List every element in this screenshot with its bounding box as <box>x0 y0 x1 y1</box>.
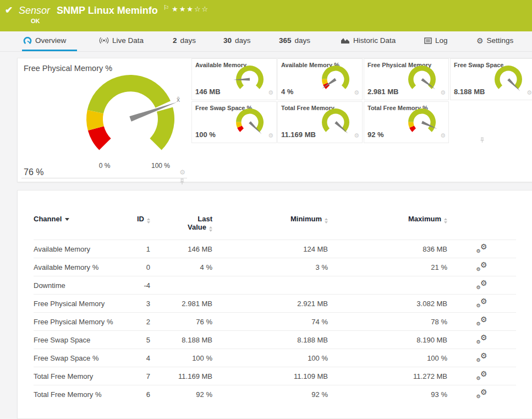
table-row[interactable]: Available Memory % 0 4 % 3 % 21 % ⚙⚙ <box>34 258 516 276</box>
divider <box>21 178 187 178</box>
tab-2-days[interactable]: 2 days <box>172 31 197 50</box>
tab-overview[interactable]: Overview <box>22 31 77 51</box>
channel-name[interactable]: Downtime <box>34 276 122 295</box>
sort-icon <box>325 218 328 224</box>
channel-name[interactable]: Free Physical Memory % <box>34 313 122 331</box>
tab-number: 2 <box>173 36 177 45</box>
gauge-settings-icon[interactable]: ⚙ <box>268 89 273 96</box>
channel-settings-gears-icon[interactable]: ⚙⚙ <box>476 389 487 399</box>
channel-settings-gears-icon[interactable]: ⚙⚙ <box>476 371 487 380</box>
mini-gauge-free-physical-memory: Free Physical Memory 2.981 MB ⚙ <box>364 58 449 100</box>
average-marker: x̄ <box>177 96 180 104</box>
pin-icon[interactable] <box>179 178 185 185</box>
channels-panel: Channel ID Last Value Minimum <box>17 190 532 419</box>
mini-gauge-chart <box>232 64 268 96</box>
pin-icon[interactable] <box>480 137 485 143</box>
flag-icon[interactable]: ⚐ <box>163 4 169 12</box>
column-header-maximum[interactable]: Maximum <box>328 210 447 240</box>
channel-name[interactable]: Available Memory % <box>34 258 122 276</box>
gear-icon: ⚙ <box>476 36 484 45</box>
gauge-settings-icon[interactable]: ⚙ <box>440 132 446 139</box>
channel-id: 2 <box>122 313 150 331</box>
sensor-type-label: Sensor <box>19 5 50 16</box>
tab-log[interactable]: Log <box>423 31 449 50</box>
mini-gauge-value: 4 % <box>281 88 293 96</box>
status-badge: OK <box>31 18 40 24</box>
sort-icon <box>147 218 150 224</box>
prtg-sensor-page: ✔ Sensor SNMP Linux Meminfo ⚐ ★★★☆☆ OK O… <box>0 0 532 419</box>
column-header-channel[interactable]: Channel <box>34 210 122 240</box>
channel-maximum: 11.272 MB <box>328 367 447 385</box>
channel-maximum: 836 MB <box>328 240 447 258</box>
tab-label: Overview <box>35 36 66 45</box>
channel-last-value: 11.169 MB <box>150 367 212 385</box>
column-header-minimum[interactable]: Minimum <box>212 210 328 240</box>
sensor-header: ✔ Sensor SNMP Linux Meminfo ⚐ ★★★☆☆ OK <box>0 0 532 31</box>
mini-gauge-total-free-memory: Total Free Memory 11.169 MB ⚙ <box>277 101 363 143</box>
channel-minimum: 124 MB <box>212 240 328 258</box>
tab-settings[interactable]: ⚙ Settings <box>475 31 514 50</box>
table-row[interactable]: Free Physical Memory % 2 76 % 74 % 78 % … <box>34 313 516 331</box>
gauge-settings-icon[interactable]: ⚙ <box>354 132 359 139</box>
channel-minimum: 100 % <box>212 349 328 367</box>
tab-historic-data[interactable]: Historic Data <box>339 31 397 50</box>
mini-gauge-value: 100 % <box>195 130 216 139</box>
tab-365-days[interactable]: 365 days <box>278 31 311 50</box>
tab-30-days[interactable]: 30 days <box>222 31 252 50</box>
gauge-settings-icon[interactable]: ⚙ <box>179 168 185 176</box>
channel-id: 7 <box>122 367 150 385</box>
panel-actions: ⚙ <box>526 89 532 96</box>
channel-minimum <box>212 276 328 295</box>
gauge-settings-icon[interactable]: ⚙ <box>526 89 532 96</box>
table-row[interactable]: Available Memory 1 146 MB 124 MB 836 MB … <box>34 240 516 258</box>
log-icon <box>424 37 432 44</box>
channel-maximum: 3.082 MB <box>328 295 447 313</box>
historic-chart-icon <box>341 37 350 44</box>
mini-gauge-total-free-memory-pct: Total Free Memory % 92 % ⚙ <box>364 101 449 143</box>
table-row[interactable]: Total Free Memory 7 11.169 MB 11.109 MB … <box>34 367 516 385</box>
column-header-id[interactable]: ID <box>122 210 150 240</box>
table-row[interactable]: Free Physical Memory 3 2.981 MB 2.921 MB… <box>34 295 516 313</box>
table-header-row: Channel ID Last Value Minimum <box>34 210 516 240</box>
broadcast-icon <box>99 37 109 44</box>
channel-name[interactable]: Free Swap Space % <box>34 349 122 367</box>
channel-settings-gears-icon[interactable]: ⚙⚙ <box>476 280 487 290</box>
mini-gauge-free-swap-space: Free Swap Space 8.188 MB ⚙ <box>450 58 532 100</box>
column-header-last-value[interactable]: Last Value <box>150 210 212 240</box>
mini-gauge-value: 11.169 MB <box>281 130 316 139</box>
channel-minimum: 11.109 MB <box>212 367 328 385</box>
channel-id: 6 <box>122 385 150 404</box>
tab-bar: Overview Live Data 2 days 30 days 365 da… <box>0 31 532 52</box>
channel-maximum <box>328 276 447 295</box>
gauge-settings-icon[interactable]: ⚙ <box>440 89 446 96</box>
channel-name[interactable]: Total Free Memory % <box>34 385 122 404</box>
priority-stars[interactable]: ★★★☆☆ <box>172 5 209 13</box>
panel-actions: ⚙ <box>179 168 185 176</box>
gauge-settings-icon[interactable]: ⚙ <box>354 89 359 96</box>
table-row[interactable]: Downtime -4 ⚙⚙ <box>34 276 516 295</box>
tab-label: Live Data <box>112 36 144 45</box>
channel-name[interactable]: Total Free Memory <box>34 367 122 385</box>
channel-settings-gears-icon[interactable]: ⚙⚙ <box>476 334 487 344</box>
channel-id: 0 <box>122 258 150 276</box>
table-row[interactable]: Free Swap Space 5 8.188 MB 8.188 MB 8.19… <box>34 331 516 349</box>
channel-settings-gears-icon[interactable]: ⚙⚙ <box>476 298 487 308</box>
gauge-settings-icon[interactable]: ⚙ <box>268 132 273 139</box>
table-row[interactable]: Total Free Memory % 6 92 % 92 % 93 % ⚙⚙ <box>34 385 516 404</box>
tab-number: 365 <box>279 36 292 45</box>
main-gauge-value: 76 % <box>24 167 43 177</box>
channel-last-value: 2.981 MB <box>150 295 212 313</box>
table-row[interactable]: Free Swap Space % 4 100 % 100 % 100 % ⚙⚙ <box>34 349 516 367</box>
channel-name[interactable]: Free Physical Memory <box>34 295 122 313</box>
channel-settings-gears-icon[interactable]: ⚙⚙ <box>476 316 487 326</box>
tab-label: Settings <box>487 36 514 45</box>
channel-name[interactable]: Available Memory <box>34 240 122 258</box>
channel-minimum: 74 % <box>212 313 328 331</box>
stars-empty: ☆☆ <box>194 5 209 13</box>
channel-settings-gears-icon[interactable]: ⚙⚙ <box>476 262 487 271</box>
tab-live-data[interactable]: Live Data <box>98 31 145 50</box>
channel-settings-gears-icon[interactable]: ⚙⚙ <box>476 243 487 253</box>
channel-name[interactable]: Free Swap Space <box>34 331 122 349</box>
channel-settings-gears-icon[interactable]: ⚙⚙ <box>476 352 487 362</box>
channel-last-value: 100 % <box>150 349 212 367</box>
